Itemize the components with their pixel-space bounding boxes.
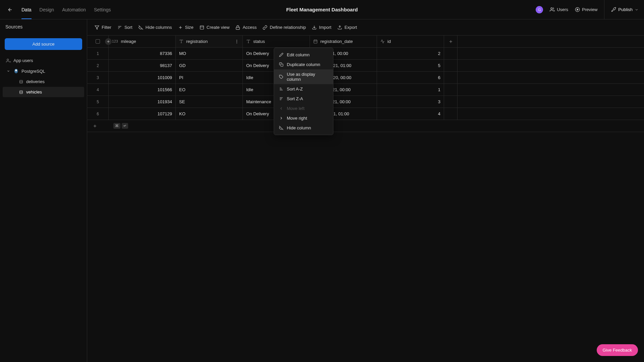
table-row[interactable]: 3 101009 PI Idle Dec 15 2020, 00:00 6 (87, 72, 644, 84)
cell-id[interactable]: 4 (377, 108, 444, 120)
ctx-hide-column[interactable]: Hide column (274, 123, 333, 133)
preview-button[interactable]: Preview (575, 7, 597, 12)
users-button[interactable]: Users (550, 7, 568, 12)
kbd-cmd: ⌘ (113, 123, 120, 129)
give-feedback-button[interactable]: Give Feedback (597, 344, 638, 356)
chevron-down-icon (6, 69, 11, 73)
text-type-icon (179, 39, 183, 44)
ctx-edit-column[interactable]: Edit column (274, 50, 333, 60)
cell-id[interactable]: 5 (377, 60, 444, 71)
ctx-sort-desc[interactable]: Sort Z-A (274, 94, 333, 104)
data-table: ＋ 123 mileage registration status (87, 36, 644, 132)
cell-registration[interactable]: PI (176, 72, 243, 83)
add-source-button[interactable]: Add source (5, 38, 82, 50)
cell-registration[interactable]: MO (176, 48, 243, 59)
kbd-enter: ↵ (122, 123, 128, 129)
cell-mileage[interactable]: 107129 (109, 108, 176, 120)
export-icon (337, 25, 342, 30)
column-header-registration-date[interactable]: registration_date (310, 36, 377, 47)
sidebar-item-deliveries[interactable]: deliveries (3, 76, 84, 87)
users-icon (6, 58, 11, 63)
cell-empty (444, 84, 458, 96)
cell-mileage[interactable]: 101934 (109, 96, 176, 108)
ctx-move-right[interactable]: Move right (274, 113, 333, 123)
table-row[interactable]: 2 98137 GD On Delivery Sep 18 2021, 01:0… (87, 60, 644, 72)
column-header-registration[interactable]: registration (176, 36, 243, 47)
cell-registration[interactable]: EO (176, 84, 243, 96)
nav-tabs: Data Design Automation Settings (21, 0, 111, 19)
add-column-button[interactable] (444, 36, 458, 47)
select-all-cell: ＋ (87, 36, 109, 47)
sidebar-item-label: vehicles (26, 89, 42, 95)
cell-id[interactable]: 1 (377, 84, 444, 96)
ctx-duplicate-column[interactable]: Duplicate column (274, 60, 333, 69)
cell-mileage[interactable]: 87336 (109, 48, 176, 59)
back-button[interactable] (5, 5, 15, 14)
row-index: 5 (87, 96, 109, 108)
ctx-use-as-display[interactable]: Use as display column (274, 69, 333, 84)
sort-button[interactable]: Sort (117, 25, 132, 30)
link-icon (263, 25, 267, 30)
sort-icon (117, 25, 122, 30)
svg-marker-11 (95, 25, 99, 29)
export-button[interactable]: Export (337, 25, 357, 30)
ctx-label: Hide column (287, 125, 311, 130)
table-row[interactable]: 4 101566 EO Idle Jan 29 2021, 00:00 1 (87, 84, 644, 96)
ctx-label: Duplicate column (287, 62, 320, 67)
chevron-right-icon (279, 116, 283, 121)
copy-icon (279, 62, 283, 67)
window-icon (200, 25, 204, 30)
main: Sources Add source App users PostgreSQL … (0, 19, 644, 362)
column-name: status (253, 39, 265, 44)
cell-id[interactable]: 3 (377, 96, 444, 108)
cell-mileage[interactable]: 98137 (109, 60, 176, 71)
sort-desc-icon (279, 97, 283, 101)
tab-data[interactable]: Data (21, 0, 32, 19)
cell-registration[interactable]: KO (176, 108, 243, 120)
column-header-mileage[interactable]: 123 mileage (109, 36, 176, 47)
plus-icon (178, 25, 183, 30)
filter-button[interactable]: Filter (95, 25, 111, 30)
cell-id[interactable]: 6 (377, 72, 444, 83)
tab-settings[interactable]: Settings (94, 0, 111, 19)
table-row[interactable]: 6 107129 KO On Delivery Jul 30 2021, 01:… (87, 108, 644, 120)
tab-automation[interactable]: Automation (62, 0, 86, 19)
cell-mileage[interactable]: 101009 (109, 72, 176, 83)
sidebar-item-label: deliveries (26, 79, 45, 84)
rocket-icon (611, 7, 616, 12)
sidebar-item-vehicles[interactable]: vehicles (3, 87, 84, 97)
publish-button[interactable]: Publish (604, 0, 639, 19)
add-row[interactable]: ⌘ ↵ (87, 120, 644, 132)
cell-registration[interactable]: GD (176, 60, 243, 71)
toolbar-label: Sort (124, 25, 132, 30)
row-index: 4 (87, 84, 109, 96)
table-row[interactable]: 1 87336 MO On Delivery Jan 7 2021, 00:00… (87, 48, 644, 60)
select-all-checkbox[interactable] (96, 39, 100, 44)
svg-rect-8 (20, 90, 23, 94)
column-header-status[interactable]: status (243, 36, 310, 47)
svg-rect-37 (280, 64, 283, 66)
import-button[interactable]: Import (312, 25, 331, 30)
plus-icon (448, 39, 453, 44)
tab-design[interactable]: Design (40, 0, 54, 19)
insert-column-button[interactable]: ＋ (105, 38, 112, 45)
size-button[interactable]: Size (178, 25, 194, 30)
avatar[interactable]: G (536, 6, 543, 13)
formula-type-icon (380, 39, 385, 44)
hide-columns-button[interactable]: Hide columns (139, 25, 172, 30)
define-relationship-button[interactable]: Define relationship (263, 25, 306, 30)
sidebar-item-postgresql[interactable]: PostgreSQL (3, 66, 84, 76)
sidebar-item-app-users[interactable]: App users (3, 55, 84, 66)
sidebar: Sources Add source App users PostgreSQL … (0, 19, 87, 362)
cell-registration[interactable]: SE (176, 96, 243, 108)
content: Filter Sort Hide columns Size Create vie… (87, 19, 644, 362)
cell-mileage[interactable]: 101566 (109, 84, 176, 96)
column-header-id[interactable]: id (377, 36, 444, 47)
create-view-button[interactable]: Create view (200, 25, 230, 30)
table-row[interactable]: 5 101934 SE Maintenance Jan 28 2021, 00:… (87, 96, 644, 108)
access-button[interactable]: Access (235, 25, 257, 30)
column-menu-button[interactable] (234, 39, 239, 44)
ctx-sort-asc[interactable]: Sort A-Z (274, 84, 333, 94)
cell-id[interactable]: 2 (377, 48, 444, 59)
topbar-right: G Users Preview Publish (536, 0, 639, 19)
